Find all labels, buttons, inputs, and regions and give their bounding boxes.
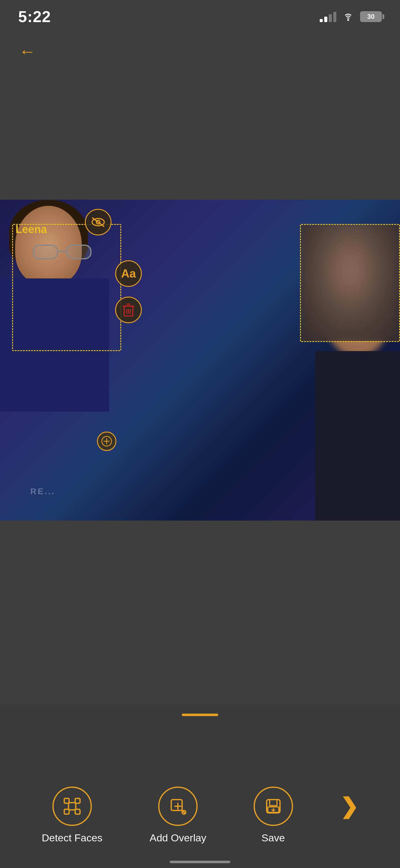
battery-icon: 30 bbox=[360, 11, 382, 22]
add-overlay-item[interactable]: Add Overlay bbox=[150, 786, 206, 844]
resize-icon bbox=[101, 436, 112, 447]
main-toolbar: Detect Faces Add Overlay bbox=[0, 786, 400, 844]
drag-handle[interactable] bbox=[182, 714, 218, 716]
status-bar: 5:22 30 bbox=[0, 0, 400, 33]
save-icon-circle[interactable] bbox=[254, 786, 293, 826]
photo-background: Leena Aa bbox=[0, 200, 400, 521]
svg-rect-21 bbox=[171, 800, 182, 810]
svg-rect-19 bbox=[75, 809, 80, 814]
add-overlay-icon bbox=[169, 797, 187, 815]
delete-face-button[interactable] bbox=[115, 297, 142, 323]
save-item[interactable]: Save bbox=[254, 786, 293, 844]
signal-icon bbox=[320, 11, 336, 22]
wifi-icon bbox=[342, 12, 354, 22]
svg-rect-24 bbox=[270, 800, 277, 806]
svg-rect-20 bbox=[68, 803, 76, 810]
detect-faces-icon bbox=[63, 797, 81, 815]
battery-level: 30 bbox=[367, 13, 375, 21]
face-label-1: Leena bbox=[16, 223, 47, 236]
photo-editor-canvas[interactable]: Leena Aa bbox=[0, 200, 400, 521]
more-options-button[interactable]: ❯ bbox=[340, 786, 358, 826]
resize-handle[interactable] bbox=[97, 432, 116, 451]
detect-faces-label: Detect Faces bbox=[42, 832, 103, 844]
face-detection-box-2[interactable] bbox=[300, 224, 400, 342]
detect-faces-icon-circle[interactable] bbox=[52, 786, 92, 826]
face-blur-effect bbox=[300, 224, 400, 342]
text-style-button[interactable]: Aa bbox=[115, 260, 142, 287]
back-arrow-icon: ← bbox=[19, 43, 36, 60]
bottom-panel: Detect Faces Add Overlay bbox=[0, 705, 400, 868]
text-format-icon: Aa bbox=[121, 267, 136, 280]
status-time: 5:22 bbox=[18, 7, 51, 26]
add-overlay-icon-circle[interactable] bbox=[158, 786, 198, 826]
svg-rect-17 bbox=[75, 798, 80, 803]
save-icon bbox=[264, 797, 282, 815]
svg-rect-16 bbox=[64, 798, 69, 803]
image-watermark: RE... bbox=[30, 487, 55, 496]
detect-faces-item[interactable]: Detect Faces bbox=[42, 786, 103, 844]
trash-icon bbox=[121, 303, 136, 317]
home-indicator bbox=[170, 861, 230, 863]
status-icons: 30 bbox=[320, 11, 382, 22]
hide-face-button[interactable] bbox=[85, 209, 112, 236]
add-overlay-label: Add Overlay bbox=[150, 832, 206, 844]
svg-rect-18 bbox=[64, 809, 69, 814]
chevron-right-icon: ❯ bbox=[340, 794, 358, 819]
back-button[interactable]: ← bbox=[15, 39, 39, 64]
svg-point-0 bbox=[347, 19, 349, 21]
save-label: Save bbox=[261, 832, 285, 844]
face-detection-box-1[interactable]: Leena bbox=[12, 224, 121, 351]
person-2-body bbox=[315, 351, 400, 521]
eye-slash-icon bbox=[91, 216, 106, 228]
